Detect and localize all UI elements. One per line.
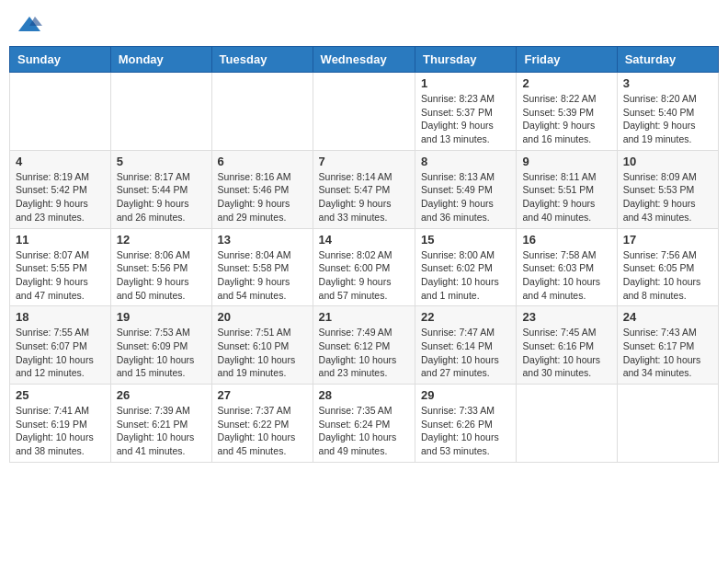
calendar-header-tuesday: Tuesday xyxy=(211,47,313,73)
day-number: 18 xyxy=(16,310,105,324)
calendar-cell: 11Sunrise: 8:07 AM Sunset: 5:55 PM Dayli… xyxy=(10,228,111,306)
day-info: Sunrise: 7:33 AM Sunset: 6:26 PM Dayligh… xyxy=(421,404,510,458)
calendar-cell: 22Sunrise: 7:47 AM Sunset: 6:14 PM Dayli… xyxy=(415,306,517,385)
day-number: 3 xyxy=(623,76,712,90)
day-info: Sunrise: 8:22 AM Sunset: 5:39 PM Dayligh… xyxy=(522,92,610,146)
calendar-header-monday: Monday xyxy=(110,47,211,73)
calendar-week-row: 18Sunrise: 7:55 AM Sunset: 6:07 PM Dayli… xyxy=(10,306,719,385)
day-info: Sunrise: 7:47 AM Sunset: 6:14 PM Dayligh… xyxy=(421,326,510,380)
day-number: 4 xyxy=(16,155,105,168)
day-info: Sunrise: 8:14 AM Sunset: 5:47 PM Dayligh… xyxy=(319,170,409,224)
day-number: 16 xyxy=(522,233,610,247)
calendar-cell: 29Sunrise: 7:33 AM Sunset: 6:26 PM Dayli… xyxy=(415,385,517,463)
day-info: Sunrise: 8:23 AM Sunset: 5:37 PM Dayligh… xyxy=(421,92,510,146)
day-number: 7 xyxy=(319,155,409,168)
logo xyxy=(13,13,42,39)
day-number: 1 xyxy=(421,76,510,90)
day-number: 22 xyxy=(421,310,510,324)
calendar-cell: 12Sunrise: 8:06 AM Sunset: 5:56 PM Dayli… xyxy=(110,228,211,306)
calendar-cell: 7Sunrise: 8:14 AM Sunset: 5:47 PM Daylig… xyxy=(313,150,415,228)
day-number: 28 xyxy=(319,388,409,402)
day-info: Sunrise: 7:35 AM Sunset: 6:24 PM Dayligh… xyxy=(319,404,409,458)
calendar-week-row: 25Sunrise: 7:41 AM Sunset: 6:19 PM Dayli… xyxy=(10,385,719,463)
calendar-header-sunday: Sunday xyxy=(10,47,111,73)
calendar-table: SundayMondayTuesdayWednesdayThursdayFrid… xyxy=(9,46,719,463)
day-info: Sunrise: 8:20 AM Sunset: 5:40 PM Dayligh… xyxy=(623,92,712,146)
day-number: 27 xyxy=(218,388,307,402)
day-number: 24 xyxy=(623,310,712,324)
calendar-cell: 28Sunrise: 7:35 AM Sunset: 6:24 PM Dayli… xyxy=(313,385,415,463)
calendar-week-row: 1Sunrise: 8:23 AM Sunset: 5:37 PM Daylig… xyxy=(10,73,719,151)
calendar-cell: 18Sunrise: 7:55 AM Sunset: 6:07 PM Dayli… xyxy=(10,306,111,385)
calendar-cell xyxy=(313,73,415,151)
day-info: Sunrise: 7:43 AM Sunset: 6:17 PM Dayligh… xyxy=(623,326,712,380)
day-number: 19 xyxy=(117,310,206,324)
calendar-cell xyxy=(10,73,111,151)
calendar-cell: 25Sunrise: 7:41 AM Sunset: 6:19 PM Dayli… xyxy=(10,385,111,463)
day-info: Sunrise: 8:02 AM Sunset: 6:00 PM Dayligh… xyxy=(319,248,409,303)
day-number: 9 xyxy=(522,155,610,168)
day-number: 14 xyxy=(319,233,409,247)
calendar-cell xyxy=(211,73,313,151)
day-number: 10 xyxy=(623,155,712,168)
calendar-cell: 17Sunrise: 7:56 AM Sunset: 6:05 PM Dayli… xyxy=(617,228,718,306)
day-number: 13 xyxy=(218,233,307,247)
day-number: 2 xyxy=(522,76,610,90)
calendar-cell: 19Sunrise: 7:53 AM Sunset: 6:09 PM Dayli… xyxy=(110,306,211,385)
day-info: Sunrise: 8:09 AM Sunset: 5:53 PM Dayligh… xyxy=(623,170,712,224)
calendar-week-row: 11Sunrise: 8:07 AM Sunset: 5:55 PM Dayli… xyxy=(10,228,719,306)
calendar-header-thursday: Thursday xyxy=(415,47,517,73)
calendar-cell: 2Sunrise: 8:22 AM Sunset: 5:39 PM Daylig… xyxy=(517,73,617,151)
calendar-header-saturday: Saturday xyxy=(617,47,718,73)
day-info: Sunrise: 8:00 AM Sunset: 6:02 PM Dayligh… xyxy=(421,248,510,303)
day-number: 20 xyxy=(218,310,307,324)
day-info: Sunrise: 8:11 AM Sunset: 5:51 PM Dayligh… xyxy=(522,170,610,224)
day-info: Sunrise: 8:19 AM Sunset: 5:42 PM Dayligh… xyxy=(16,170,105,224)
calendar-week-row: 4Sunrise: 8:19 AM Sunset: 5:42 PM Daylig… xyxy=(10,150,719,228)
calendar-cell: 6Sunrise: 8:16 AM Sunset: 5:46 PM Daylig… xyxy=(211,150,313,228)
day-info: Sunrise: 7:37 AM Sunset: 6:22 PM Dayligh… xyxy=(218,404,307,458)
calendar-cell: 26Sunrise: 7:39 AM Sunset: 6:21 PM Dayli… xyxy=(110,385,211,463)
day-number: 23 xyxy=(522,310,610,324)
day-number: 21 xyxy=(319,310,409,324)
calendar-cell: 10Sunrise: 8:09 AM Sunset: 5:53 PM Dayli… xyxy=(617,150,718,228)
calendar-cell: 20Sunrise: 7:51 AM Sunset: 6:10 PM Dayli… xyxy=(211,306,313,385)
calendar-cell: 14Sunrise: 8:02 AM Sunset: 6:00 PM Dayli… xyxy=(313,228,415,306)
day-info: Sunrise: 8:16 AM Sunset: 5:46 PM Dayligh… xyxy=(218,170,307,224)
day-number: 25 xyxy=(16,388,105,402)
day-number: 11 xyxy=(16,233,105,247)
day-number: 17 xyxy=(623,233,712,247)
day-info: Sunrise: 8:13 AM Sunset: 5:49 PM Dayligh… xyxy=(421,170,510,224)
calendar-header-wednesday: Wednesday xyxy=(313,47,415,73)
day-info: Sunrise: 7:58 AM Sunset: 6:03 PM Dayligh… xyxy=(522,248,610,303)
calendar-cell: 16Sunrise: 7:58 AM Sunset: 6:03 PM Dayli… xyxy=(517,228,617,306)
day-number: 6 xyxy=(218,155,307,168)
calendar-cell: 27Sunrise: 7:37 AM Sunset: 6:22 PM Dayli… xyxy=(211,385,313,463)
calendar-cell: 24Sunrise: 7:43 AM Sunset: 6:17 PM Dayli… xyxy=(617,306,718,385)
day-number: 29 xyxy=(421,388,510,402)
calendar-header-friday: Friday xyxy=(517,47,617,73)
day-info: Sunrise: 7:51 AM Sunset: 6:10 PM Dayligh… xyxy=(218,326,307,380)
day-info: Sunrise: 7:39 AM Sunset: 6:21 PM Dayligh… xyxy=(117,404,206,458)
day-info: Sunrise: 7:56 AM Sunset: 6:05 PM Dayligh… xyxy=(623,248,712,303)
calendar-cell: 8Sunrise: 8:13 AM Sunset: 5:49 PM Daylig… xyxy=(415,150,517,228)
day-number: 26 xyxy=(117,388,206,402)
calendar-cell xyxy=(617,385,718,463)
page-header xyxy=(9,9,719,39)
day-info: Sunrise: 8:04 AM Sunset: 5:58 PM Dayligh… xyxy=(218,248,307,303)
logo-icon xyxy=(17,13,42,39)
day-number: 8 xyxy=(421,155,510,168)
calendar-cell: 3Sunrise: 8:20 AM Sunset: 5:40 PM Daylig… xyxy=(617,73,718,151)
calendar-cell: 5Sunrise: 8:17 AM Sunset: 5:44 PM Daylig… xyxy=(110,150,211,228)
day-info: Sunrise: 7:53 AM Sunset: 6:09 PM Dayligh… xyxy=(117,326,206,380)
day-info: Sunrise: 7:55 AM Sunset: 6:07 PM Dayligh… xyxy=(16,326,105,380)
calendar-cell: 1Sunrise: 8:23 AM Sunset: 5:37 PM Daylig… xyxy=(415,73,517,151)
calendar-cell xyxy=(110,73,211,151)
calendar-cell: 9Sunrise: 8:11 AM Sunset: 5:51 PM Daylig… xyxy=(517,150,617,228)
calendar-cell: 13Sunrise: 8:04 AM Sunset: 5:58 PM Dayli… xyxy=(211,228,313,306)
calendar-cell: 15Sunrise: 8:00 AM Sunset: 6:02 PM Dayli… xyxy=(415,228,517,306)
day-info: Sunrise: 7:41 AM Sunset: 6:19 PM Dayligh… xyxy=(16,404,105,458)
day-info: Sunrise: 8:17 AM Sunset: 5:44 PM Dayligh… xyxy=(117,170,206,224)
day-info: Sunrise: 8:06 AM Sunset: 5:56 PM Dayligh… xyxy=(117,248,206,303)
day-number: 12 xyxy=(117,233,206,247)
